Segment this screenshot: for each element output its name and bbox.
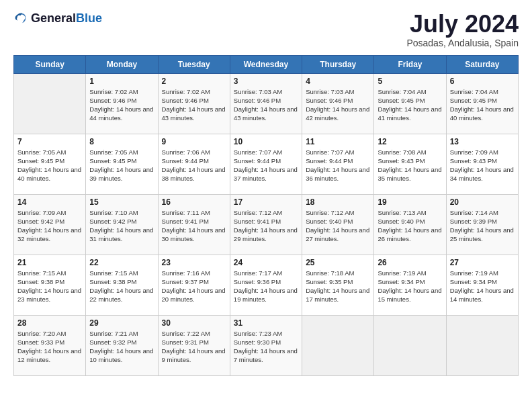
calendar-cell: 1 Sunrise: 7:02 AM Sunset: 9:46 PM Dayli… bbox=[86, 73, 158, 134]
day-info: Sunrise: 7:08 AM Sunset: 9:43 PM Dayligh… bbox=[378, 148, 442, 183]
sunrise-text: Sunrise: 7:10 AM bbox=[89, 209, 138, 216]
day-info: Sunrise: 7:02 AM Sunset: 9:46 PM Dayligh… bbox=[162, 87, 226, 123]
calendar-cell: 3 Sunrise: 7:03 AM Sunset: 9:46 PM Dayli… bbox=[230, 73, 302, 134]
day-number: 23 bbox=[162, 258, 226, 267]
day-info: Sunrise: 7:15 AM Sunset: 9:38 PM Dayligh… bbox=[17, 269, 82, 304]
logo-blue: Blue bbox=[76, 11, 102, 25]
day-number: 31 bbox=[234, 318, 298, 328]
logo-text: GeneralBlue bbox=[31, 11, 102, 26]
day-info: Sunrise: 7:22 AM Sunset: 9:31 PM Dayligh… bbox=[162, 329, 226, 365]
calendar-cell: 24 Sunrise: 7:17 AM Sunset: 9:36 PM Dayl… bbox=[230, 255, 302, 315]
day-info: Sunrise: 7:19 AM Sunset: 9:34 PM Dayligh… bbox=[378, 269, 442, 304]
daylight-text: Daylight: 14 hours and 40 minutes. bbox=[17, 166, 81, 182]
logo: GeneralBlue bbox=[13, 11, 102, 26]
sunset-text: Sunset: 9:44 PM bbox=[162, 157, 209, 165]
day-number: 16 bbox=[162, 197, 226, 207]
weekday-header-friday: Friday bbox=[374, 55, 446, 73]
sunset-text: Sunset: 9:34 PM bbox=[450, 278, 497, 285]
location-title: Posadas, Andalusia, Spain bbox=[406, 38, 519, 48]
day-info: Sunrise: 7:10 AM Sunset: 9:42 PM Dayligh… bbox=[89, 208, 154, 244]
calendar-cell: 22 Sunrise: 7:15 AM Sunset: 9:38 PM Dayl… bbox=[86, 255, 158, 315]
day-info: Sunrise: 7:15 AM Sunset: 9:38 PM Dayligh… bbox=[89, 269, 154, 304]
calendar-cell bbox=[374, 315, 446, 375]
daylight-text: Daylight: 14 hours and 10 minutes. bbox=[89, 347, 153, 363]
sunrise-text: Sunrise: 7:19 AM bbox=[450, 269, 498, 277]
calendar-cell: 29 Sunrise: 7:21 AM Sunset: 9:32 PM Dayl… bbox=[86, 315, 158, 375]
calendar-cell: 18 Sunrise: 7:12 AM Sunset: 9:40 PM Dayl… bbox=[302, 194, 374, 255]
calendar-cell: 26 Sunrise: 7:19 AM Sunset: 9:34 PM Dayl… bbox=[374, 255, 446, 315]
sunset-text: Sunset: 9:32 PM bbox=[89, 338, 136, 346]
daylight-text: Daylight: 14 hours and 17 minutes. bbox=[306, 287, 369, 303]
sunrise-text: Sunrise: 7:02 AM bbox=[162, 88, 210, 95]
logo-general: General bbox=[31, 11, 76, 25]
day-number: 1 bbox=[89, 77, 154, 86]
day-number: 6 bbox=[450, 77, 515, 86]
sunset-text: Sunset: 9:43 PM bbox=[450, 157, 497, 165]
sunset-text: Sunset: 9:42 PM bbox=[89, 218, 136, 225]
calendar-table: SundayMondayTuesdayWednesdayThursdayFrid… bbox=[13, 55, 519, 376]
sunrise-text: Sunrise: 7:15 AM bbox=[17, 269, 66, 277]
sunset-text: Sunset: 9:39 PM bbox=[450, 218, 497, 225]
weekday-header-tuesday: Tuesday bbox=[158, 55, 230, 73]
daylight-text: Daylight: 14 hours and 35 minutes. bbox=[378, 166, 441, 182]
weekday-header-wednesday: Wednesday bbox=[230, 55, 302, 73]
sunrise-text: Sunrise: 7:07 AM bbox=[306, 148, 354, 156]
sunset-text: Sunset: 9:45 PM bbox=[89, 157, 136, 165]
day-number: 9 bbox=[162, 137, 226, 146]
weekday-header-saturday: Saturday bbox=[446, 55, 518, 73]
daylight-text: Daylight: 14 hours and 39 minutes. bbox=[89, 166, 153, 182]
daylight-text: Daylight: 14 hours and 36 minutes. bbox=[306, 166, 369, 182]
daylight-text: Daylight: 14 hours and 25 minutes. bbox=[450, 226, 514, 242]
sunrise-text: Sunrise: 7:12 AM bbox=[234, 209, 282, 216]
day-info: Sunrise: 7:18 AM Sunset: 9:35 PM Dayligh… bbox=[306, 269, 370, 304]
daylight-text: Daylight: 14 hours and 31 minutes. bbox=[89, 226, 153, 242]
day-number: 5 bbox=[378, 77, 442, 86]
daylight-text: Daylight: 14 hours and 9 minutes. bbox=[162, 347, 226, 363]
day-number: 7 bbox=[17, 137, 82, 146]
daylight-text: Daylight: 14 hours and 7 minutes. bbox=[234, 347, 298, 363]
calendar-cell: 30 Sunrise: 7:22 AM Sunset: 9:31 PM Dayl… bbox=[158, 315, 230, 375]
sunrise-text: Sunrise: 7:03 AM bbox=[306, 88, 354, 95]
calendar-cell: 20 Sunrise: 7:14 AM Sunset: 9:39 PM Dayl… bbox=[446, 194, 518, 255]
sunset-text: Sunset: 9:45 PM bbox=[378, 97, 425, 104]
daylight-text: Daylight: 14 hours and 37 minutes. bbox=[234, 166, 298, 182]
day-number: 24 bbox=[234, 258, 298, 267]
sunrise-text: Sunrise: 7:21 AM bbox=[89, 330, 138, 337]
sunrise-text: Sunrise: 7:17 AM bbox=[234, 269, 282, 277]
day-number: 2 bbox=[162, 77, 226, 86]
daylight-text: Daylight: 14 hours and 43 minutes. bbox=[234, 105, 298, 122]
sunset-text: Sunset: 9:40 PM bbox=[306, 218, 353, 225]
daylight-text: Daylight: 14 hours and 42 minutes. bbox=[306, 105, 369, 122]
day-number: 12 bbox=[378, 137, 442, 146]
calendar-cell: 9 Sunrise: 7:06 AM Sunset: 9:44 PM Dayli… bbox=[158, 134, 230, 194]
day-info: Sunrise: 7:16 AM Sunset: 9:37 PM Dayligh… bbox=[162, 269, 226, 304]
calendar-cell: 16 Sunrise: 7:11 AM Sunset: 9:41 PM Dayl… bbox=[158, 194, 230, 255]
weekday-header-row: SundayMondayTuesdayWednesdayThursdayFrid… bbox=[14, 55, 519, 73]
sunset-text: Sunset: 9:45 PM bbox=[450, 97, 497, 104]
daylight-text: Daylight: 14 hours and 29 minutes. bbox=[234, 226, 298, 242]
weekday-header-monday: Monday bbox=[86, 55, 158, 73]
day-number: 13 bbox=[450, 137, 515, 146]
sunset-text: Sunset: 9:46 PM bbox=[89, 97, 136, 104]
calendar-cell: 5 Sunrise: 7:04 AM Sunset: 9:45 PM Dayli… bbox=[374, 73, 446, 134]
calendar-cell: 13 Sunrise: 7:09 AM Sunset: 9:43 PM Dayl… bbox=[446, 134, 518, 194]
day-info: Sunrise: 7:04 AM Sunset: 9:45 PM Dayligh… bbox=[450, 87, 515, 123]
calendar-cell: 27 Sunrise: 7:19 AM Sunset: 9:34 PM Dayl… bbox=[446, 255, 518, 315]
calendar-week-row: 28 Sunrise: 7:20 AM Sunset: 9:33 PM Dayl… bbox=[14, 315, 519, 375]
sunset-text: Sunset: 9:41 PM bbox=[234, 218, 281, 225]
calendar-cell: 19 Sunrise: 7:13 AM Sunset: 9:40 PM Dayl… bbox=[374, 194, 446, 255]
day-info: Sunrise: 7:04 AM Sunset: 9:45 PM Dayligh… bbox=[378, 87, 442, 123]
daylight-text: Daylight: 14 hours and 34 minutes. bbox=[450, 166, 514, 182]
sunrise-text: Sunrise: 7:19 AM bbox=[378, 269, 426, 277]
day-number: 27 bbox=[450, 258, 515, 267]
sunset-text: Sunset: 9:38 PM bbox=[89, 278, 136, 285]
sunset-text: Sunset: 9:38 PM bbox=[17, 278, 64, 285]
calendar-week-row: 21 Sunrise: 7:15 AM Sunset: 9:38 PM Dayl… bbox=[14, 255, 519, 315]
calendar-cell bbox=[14, 73, 86, 134]
day-info: Sunrise: 7:02 AM Sunset: 9:46 PM Dayligh… bbox=[89, 87, 154, 123]
day-info: Sunrise: 7:03 AM Sunset: 9:46 PM Dayligh… bbox=[306, 87, 370, 123]
sunrise-text: Sunrise: 7:04 AM bbox=[378, 88, 426, 95]
calendar-cell bbox=[302, 315, 374, 375]
daylight-text: Daylight: 14 hours and 30 minutes. bbox=[162, 226, 226, 242]
day-number: 17 bbox=[234, 197, 298, 207]
